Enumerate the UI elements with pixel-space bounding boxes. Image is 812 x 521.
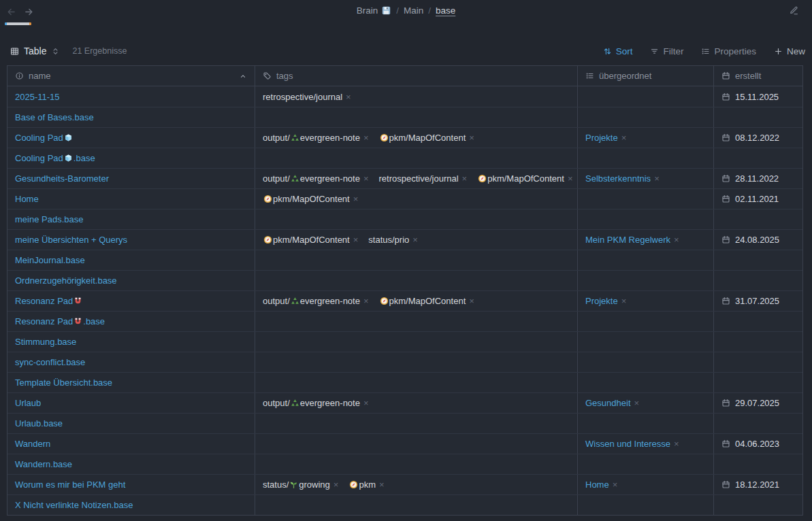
created-cell[interactable] <box>714 271 802 290</box>
new-button[interactable]: New <box>774 46 805 56</box>
tags-cell[interactable] <box>255 454 578 474</box>
parent-cell[interactable] <box>578 414 714 433</box>
table-row[interactable]: 2025-11-15 retrospective/journal× 15.11.… <box>7 86 802 107</box>
name-cell[interactable]: Stimmung.base <box>7 332 255 352</box>
parent-cell[interactable]: Wissen und Interesse× <box>578 434 714 454</box>
remove-tag-icon[interactable]: × <box>363 133 369 143</box>
remove-tag-icon[interactable]: × <box>353 235 359 245</box>
remove-tag-icon[interactable]: × <box>412 235 418 245</box>
column-header-tags[interactable]: tags <box>255 66 578 86</box>
parent-link[interactable]: Wissen und Interesse <box>585 439 670 449</box>
parent-link[interactable]: Projekte <box>585 296 618 306</box>
name-cell[interactable]: Home <box>7 189 255 209</box>
table-row[interactable]: MeinJournal.base <box>7 250 802 270</box>
tags-cell[interactable] <box>255 107 578 127</box>
parent-cell[interactable] <box>578 332 714 352</box>
created-cell[interactable] <box>714 495 802 515</box>
tags-cell[interactable] <box>255 332 578 352</box>
name-cell[interactable]: Wandern.base <box>7 454 255 474</box>
tags-cell[interactable]: pkm/MapOfContent×status/prio× <box>255 230 578 250</box>
remove-tag-icon[interactable]: × <box>363 398 369 408</box>
parent-cell[interactable] <box>578 148 714 168</box>
name-cell[interactable]: Template Übersicht.base <box>7 373 255 392</box>
tags-cell[interactable]: output/evergreen-note×pkm/MapOfContent× <box>255 291 578 311</box>
table-row[interactable]: Template Übersicht.base <box>7 372 802 392</box>
name-cell[interactable]: Cooling Pad <box>7 128 255 148</box>
parent-cell[interactable] <box>578 312 714 331</box>
parent-cell[interactable]: Projekte× <box>578 291 714 311</box>
note-link[interactable]: Base of Bases.base <box>15 112 94 122</box>
parent-link[interactable]: Gesundheit <box>585 398 631 408</box>
remove-parent-icon[interactable]: × <box>634 398 640 408</box>
tag-pill[interactable]: status/growing× <box>263 480 338 490</box>
tag-pill[interactable]: status/prio× <box>368 235 418 245</box>
name-cell[interactable]: MeinJournal.base <box>7 250 255 270</box>
parent-link[interactable]: Home <box>585 480 609 490</box>
created-cell[interactable] <box>714 414 802 433</box>
name-cell[interactable]: Base of Bases.base <box>7 107 255 127</box>
created-cell[interactable] <box>714 107 802 127</box>
remove-tag-icon[interactable]: × <box>353 194 359 204</box>
table-row[interactable]: Cooling Pad.base <box>7 148 802 168</box>
note-link[interactable]: Urlaub <box>15 398 41 408</box>
note-link[interactable]: Resonanz Pad.base <box>15 316 105 326</box>
name-cell[interactable]: Cooling Pad.base <box>7 148 255 168</box>
column-header-name[interactable]: name <box>7 66 255 86</box>
created-cell[interactable]: 31.07.2025 <box>714 291 802 311</box>
note-link[interactable]: Cooling Pad <box>15 133 74 143</box>
remove-tag-icon[interactable]: × <box>379 480 385 490</box>
breadcrumb-item-brain[interactable]: Brain <box>357 5 392 16</box>
tags-cell[interactable] <box>255 373 578 392</box>
table-row[interactable]: X Nicht verlinkte Notizen.base <box>7 494 802 515</box>
note-link[interactable]: Urlaub.base <box>15 418 63 428</box>
name-cell[interactable]: sync-conflict.base <box>7 352 255 372</box>
table-row[interactable]: Resonanz Pad.base <box>7 311 802 331</box>
tags-cell[interactable] <box>255 495 578 515</box>
parent-cell[interactable] <box>578 107 714 127</box>
name-cell[interactable]: Ordnerzugehörigkeit.base <box>7 271 255 290</box>
created-cell[interactable] <box>714 209 802 229</box>
parent-cell[interactable] <box>578 271 714 290</box>
table-row[interactable]: Home pkm/MapOfContent× 02.11.2021 <box>7 188 802 209</box>
tags-cell[interactable]: output/evergreen-note×retrospective/jour… <box>255 169 578 188</box>
parent-cell[interactable] <box>578 209 714 229</box>
tags-cell[interactable]: pkm/MapOfContent× <box>255 189 578 209</box>
note-link[interactable]: Home <box>15 194 39 204</box>
properties-button[interactable]: Properties <box>701 46 756 56</box>
parent-cell[interactable] <box>578 373 714 392</box>
name-cell[interactable]: Urlaub.base <box>7 414 255 433</box>
parent-cell[interactable]: Gesundheit× <box>578 393 714 413</box>
created-cell[interactable] <box>714 148 802 168</box>
tags-cell[interactable] <box>255 148 578 168</box>
tag-pill[interactable]: pkm/MapOfContent× <box>477 173 572 184</box>
name-cell[interactable]: X Nicht verlinkte Notizen.base <box>7 495 255 515</box>
table-row[interactable]: Gesundheits-Barometer output/evergreen-n… <box>7 168 802 188</box>
note-link[interactable]: sync-conflict.base <box>15 357 85 367</box>
created-cell[interactable] <box>714 373 802 392</box>
name-cell[interactable]: Resonanz Pad.base <box>7 312 255 331</box>
remove-tag-icon[interactable]: × <box>469 133 474 143</box>
note-link[interactable]: Wandern.base <box>15 459 72 469</box>
tags-cell[interactable] <box>255 209 578 229</box>
created-cell[interactable]: 04.06.2023 <box>714 434 802 454</box>
note-link[interactable]: MeinJournal.base <box>15 255 85 265</box>
table-row[interactable]: meine Pads.base <box>7 209 802 229</box>
name-cell[interactable]: meine Pads.base <box>7 209 255 229</box>
remove-parent-icon[interactable]: × <box>674 439 679 449</box>
remove-tag-icon[interactable]: × <box>363 296 369 306</box>
breadcrumb-item-main[interactable]: Main <box>404 5 423 16</box>
table-row[interactable]: Wandern Wissen und Interesse× 04.06.2023 <box>7 433 802 454</box>
created-cell[interactable]: 08.12.2022 <box>714 128 802 148</box>
remove-tag-icon[interactable]: × <box>469 296 474 306</box>
name-cell[interactable]: Wandern <box>7 434 255 454</box>
table-row[interactable]: Base of Bases.base <box>7 107 802 127</box>
remove-parent-icon[interactable]: × <box>674 235 679 245</box>
parent-cell[interactable] <box>578 86 714 107</box>
note-link[interactable]: Resonanz Pad <box>15 296 83 306</box>
remove-parent-icon[interactable]: × <box>654 173 660 184</box>
table-row[interactable]: Cooling Pad output/evergreen-note×pkm/Ma… <box>7 127 802 148</box>
created-cell[interactable]: 18.12.2021 <box>714 475 802 494</box>
remove-tag-icon[interactable]: × <box>462 173 468 184</box>
tags-cell[interactable]: output/evergreen-note×pkm/MapOfContent× <box>255 128 578 148</box>
tag-pill[interactable]: pkm/MapOfContent× <box>379 133 474 143</box>
